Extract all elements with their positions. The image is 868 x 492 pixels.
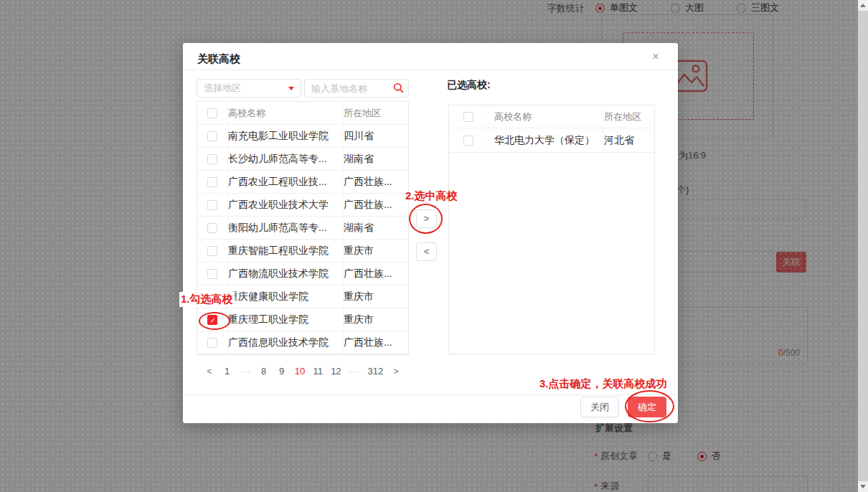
region-cell: 广西壮族...: [344, 268, 408, 280]
university-name-cell: 重庆理工职业学院: [228, 308, 344, 331]
region-cell: 湖南省: [344, 153, 408, 166]
table-row[interactable]: 广西农业职业技术大学广西壮族...: [197, 194, 408, 217]
annotation-circle-confirm: [625, 390, 674, 422]
row-checkbox-cell: [197, 262, 228, 285]
page-scrollbar[interactable]: [858, 0, 868, 492]
row-checkbox-cell: [197, 331, 228, 354]
region-cell: 四川省: [344, 130, 408, 143]
region-cell: 广西壮族...: [344, 336, 408, 349]
row-checkbox[interactable]: [463, 136, 473, 146]
row-checkbox[interactable]: [207, 223, 217, 233]
search-icon[interactable]: [393, 82, 404, 93]
annotation-step1-text: 1.勾选高校: [179, 292, 235, 307]
pagination-page-1[interactable]: 1: [222, 366, 232, 377]
pagination-ellipsis: ···: [240, 366, 251, 377]
university-name-cell: 南充电影工业职业学院: [228, 125, 344, 147]
table-header-row: 高校名称所在地区: [449, 105, 654, 128]
region-cell: 重庆市: [344, 313, 408, 326]
select-all-checkbox[interactable]: [463, 112, 473, 122]
university-name-cell: 华北电力大学（保定）: [489, 128, 604, 152]
close-button[interactable]: 关闭: [580, 397, 619, 417]
region-cell: 重庆市: [344, 245, 408, 257]
scroll-up-arrow-icon[interactable]: [858, 0, 868, 11]
header-divider: [183, 70, 678, 70]
row-checkbox[interactable]: [207, 154, 217, 164]
university-name-cell: 广西农业职业技术大学: [228, 194, 344, 216]
column-header-name: 高校名称: [489, 105, 604, 128]
row-checkbox-cell: [197, 148, 228, 170]
university-name-cell: 长沙幼儿师范高等专...: [228, 148, 344, 170]
chevron-down-icon: [288, 87, 294, 90]
base-name-search: [304, 79, 409, 98]
pagination-arrow[interactable]: <: [204, 366, 214, 377]
annotation-step2-text: 2.选中高校: [405, 189, 458, 203]
university-name-cell: 重庆健康职业学院: [228, 285, 344, 308]
row-checkbox-cell: [197, 217, 228, 239]
pagination-page-312[interactable]: 312: [368, 366, 384, 377]
pagination-page-11[interactable]: 11: [313, 366, 323, 377]
row-checkbox[interactable]: [207, 131, 217, 141]
table-row[interactable]: 南充电影工业职业学院四川省: [197, 125, 408, 148]
university-name-cell: 广西物流职业技术学院: [228, 262, 344, 285]
table-header-row: 高校名称所在地区: [197, 102, 408, 125]
column-header-name: 高校名称: [228, 102, 344, 124]
row-checkbox-cell: [197, 171, 228, 193]
modal-title: 关联高校: [197, 52, 240, 66]
pagination-page-12[interactable]: 12: [331, 366, 341, 377]
annotation-step3-text: 3.点击确定，关联高校成功: [539, 377, 667, 391]
footer-divider: [183, 394, 678, 395]
university-name-cell: 衡阳幼儿师范高等专...: [228, 217, 344, 239]
annotation-circle-checkbox: [199, 312, 230, 330]
column-header-region: 所在地区: [344, 107, 408, 120]
selected-universities-table: 高校名称所在地区华北电力大学（保定）河北省: [448, 105, 655, 354]
scroll-down-arrow-icon[interactable]: [858, 481, 868, 492]
table-row[interactable]: 广西信息职业技术学院广西壮族...: [197, 331, 408, 354]
region-cell: 广西壮族...: [344, 176, 408, 189]
row-checkbox[interactable]: [207, 269, 217, 279]
region-select-placeholder: 选择地区: [204, 82, 241, 95]
select-all-checkbox[interactable]: [207, 108, 217, 118]
row-checkbox[interactable]: [207, 246, 217, 256]
row-checkbox-cell: [197, 240, 228, 262]
table-row[interactable]: 长沙幼儿师范高等专...湖南省: [197, 148, 408, 171]
row-checkbox-cell: [197, 125, 228, 147]
column-header-region: 所在地区: [604, 110, 654, 123]
university-name-cell: 重庆智能工程职业学院: [228, 240, 344, 262]
row-checkbox[interactable]: [207, 200, 217, 210]
table-row[interactable]: 重庆智能工程职业学院重庆市: [197, 240, 408, 262]
pagination-arrow[interactable]: >: [391, 366, 401, 377]
table-row[interactable]: 衡阳幼儿师范高等专...湖南省: [197, 217, 408, 240]
selected-universities-label: 已选高校:: [447, 79, 491, 92]
move-left-button[interactable]: <: [416, 242, 437, 261]
pagination-page-10[interactable]: 10: [295, 366, 305, 377]
region-cell: 河北省: [604, 134, 654, 147]
region-cell: 湖南省: [344, 222, 408, 235]
region-cell: 广西壮族...: [344, 199, 408, 212]
region-cell: 重庆市: [344, 290, 408, 303]
header-checkbox-cell: [449, 105, 489, 128]
table-row[interactable]: 广西物流职业技术学院广西壮族...: [197, 262, 408, 285]
row-checkbox-cell: [197, 194, 228, 216]
pagination-ellipsis: ···: [349, 366, 360, 377]
row-checkbox-cell: [449, 128, 489, 152]
pagination-page-9[interactable]: 9: [277, 366, 287, 377]
annotation-circle-move-right: [409, 204, 443, 234]
row-checkbox[interactable]: [207, 177, 217, 187]
region-select[interactable]: 选择地区: [197, 79, 301, 98]
table-row[interactable]: 华北电力大学（保定）河北省: [449, 128, 654, 153]
table-row[interactable]: 广西农业工程职业技...广西壮族...: [197, 171, 408, 194]
pagination: <1···89101112···312>: [197, 366, 409, 377]
university-name-cell: 广西农业工程职业技...: [228, 171, 344, 193]
row-checkbox[interactable]: [207, 338, 217, 348]
header-checkbox-cell: [197, 102, 228, 124]
pagination-page-8[interactable]: 8: [259, 366, 269, 377]
university-name-cell: 广西信息职业技术学院: [228, 331, 344, 354]
close-icon[interactable]: ×: [652, 49, 659, 64]
